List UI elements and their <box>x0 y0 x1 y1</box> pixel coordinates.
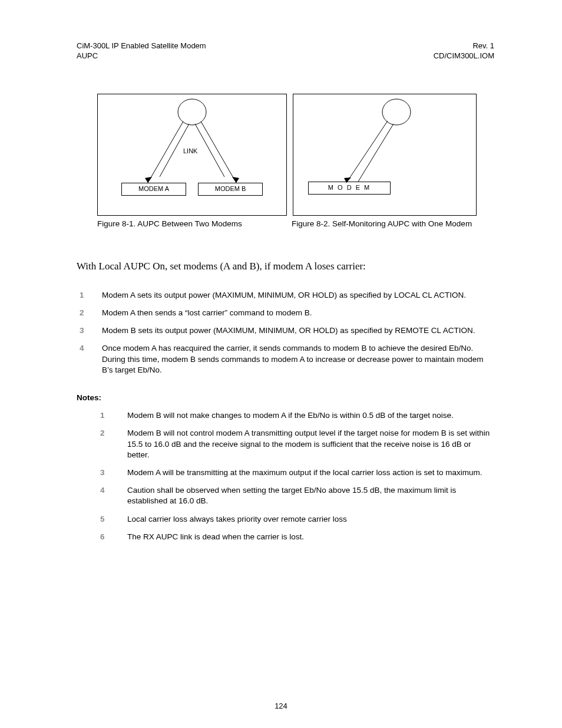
svg-point-7 <box>382 99 411 125</box>
list-item: 3Modem B sets its output power (MAXIMUM,… <box>77 325 494 336</box>
list-number: 4 <box>100 485 117 506</box>
steps-list: 1Modem A sets its output power (MAXIMUM,… <box>77 290 494 375</box>
list-number: 5 <box>100 514 117 525</box>
svg-line-4 <box>201 121 236 183</box>
modem-b-box: MODEM B <box>198 183 263 196</box>
list-item: 1Modem A sets its output power (MAXIMUM,… <box>77 290 494 301</box>
figure-1-caption: Figure 8-1. AUPC Between Two Modems <box>97 219 286 228</box>
header-right: Rev. 1 CD/CIM300L.IOM <box>434 41 494 61</box>
list-item: 5Local carrier loss always takes priorit… <box>77 514 494 525</box>
figures-row: LINK MODEM A MODEM B M O D E M <box>97 94 494 216</box>
svg-line-6 <box>195 124 224 177</box>
link-label: LINK <box>183 147 197 154</box>
list-number: 4 <box>80 343 96 375</box>
header-left-line2: AUPC <box>77 51 206 61</box>
list-number: 3 <box>80 325 96 336</box>
list-text: Modem A sets its output power (MAXIMUM, … <box>102 290 494 301</box>
list-text: The RX AUPC link is dead when the carrie… <box>127 532 494 542</box>
list-item: 4Once modem A has reacquired the carrier… <box>77 343 494 375</box>
list-text: Once modem A has reacquired the carrier,… <box>102 343 494 375</box>
modem-box: M O D E M <box>308 182 391 195</box>
header-left: CiM-300L IP Enabled Satellite Modem AUPC <box>77 41 206 61</box>
svg-line-1 <box>148 121 183 183</box>
svg-line-8 <box>346 121 388 183</box>
page-number: 124 <box>0 701 562 710</box>
list-number: 3 <box>100 467 117 478</box>
notes-heading: Notes: <box>77 393 494 402</box>
captions-row: Figure 8-1. AUPC Between Two Modems Figu… <box>97 219 494 228</box>
figure-2-caption: Figure 8-2. Self-Monitoring AUPC with On… <box>292 219 474 228</box>
list-number: 1 <box>80 290 96 301</box>
svg-marker-5 <box>232 177 239 183</box>
figure-2-diagram: M O D E M <box>293 94 477 216</box>
page-header: CiM-300L IP Enabled Satellite Modem AUPC… <box>77 41 494 61</box>
list-number: 1 <box>100 410 117 421</box>
list-number: 2 <box>100 428 117 460</box>
list-text: Modem B will not control modem A transmi… <box>127 428 494 460</box>
list-item: 1Modem B will not make changes to modem … <box>77 410 494 421</box>
list-item: 2Modem B will not control modem A transm… <box>77 428 494 460</box>
list-text: Modem B will not make changes to modem A… <box>127 410 494 421</box>
document-page: CiM-300L IP Enabled Satellite Modem AUPC… <box>0 0 562 728</box>
header-left-line1: CiM-300L IP Enabled Satellite Modem <box>77 41 206 51</box>
notes-list: 1Modem B will not make changes to modem … <box>77 410 494 542</box>
list-number: 2 <box>80 308 96 318</box>
svg-marker-2 <box>145 177 152 183</box>
list-item: 6The RX AUPC link is dead when the carri… <box>77 532 494 542</box>
svg-point-0 <box>178 99 206 125</box>
list-text: Modem A will be transmitting at the maxi… <box>127 467 494 478</box>
figure-2-svg <box>293 94 476 215</box>
modem-a-box: MODEM A <box>121 183 186 196</box>
list-text: Modem A then sends a “lost carrier” comm… <box>102 308 494 318</box>
figure-1-diagram: LINK MODEM A MODEM B <box>97 94 287 216</box>
list-item: 2Modem A then sends a “lost carrier” com… <box>77 308 494 318</box>
list-text: Local carrier loss always takes priority… <box>127 514 494 525</box>
list-text: Caution shall be observed when setting t… <box>127 485 494 506</box>
figure-1-svg <box>98 94 286 215</box>
list-number: 6 <box>100 532 117 542</box>
svg-line-10 <box>358 124 394 182</box>
list-item: 3Modem A will be transmitting at the max… <box>77 467 494 478</box>
intro-paragraph: With Local AUPC On, set modems (A and B)… <box>77 261 494 272</box>
header-right-line1: Rev. 1 <box>434 41 494 51</box>
list-text: Modem B sets its output power (MAXIMUM, … <box>102 325 494 336</box>
header-right-line2: CD/CIM300L.IOM <box>434 51 494 61</box>
list-item: 4Caution shall be observed when setting … <box>77 485 494 506</box>
